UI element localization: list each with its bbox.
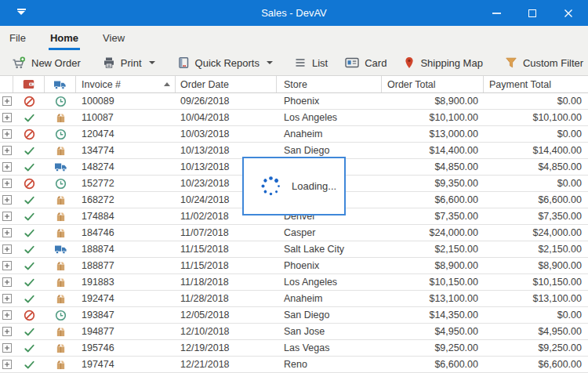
cell-order-date: 12/05/2018: [176, 307, 277, 323]
header-order-total[interactable]: Order Total: [382, 76, 484, 92]
cell-store: Los Angeles: [277, 110, 382, 125]
grid-header-row: Invoice #Order DateStoreOrder TotalPayme…: [0, 76, 588, 93]
report-icon: [177, 56, 190, 69]
cell-expand: [0, 241, 13, 257]
loading-panel: Loading...: [242, 157, 346, 215]
expand-row-button[interactable]: [2, 294, 12, 303]
header-invoice[interactable]: Invoice #: [76, 76, 176, 92]
cell-payment-status: [13, 126, 45, 142]
cell-payment-total: $6,600.00: [484, 357, 588, 372]
header-order-date[interactable]: Order Date: [176, 76, 277, 92]
expand-row-button[interactable]: [2, 310, 12, 320]
cell-payment-total: $7,350.00: [484, 208, 588, 224]
menu-item-view[interactable]: View: [101, 26, 126, 50]
cell-order-total: $8,900.00: [382, 258, 484, 273]
cell-store: Salt Lake City: [277, 241, 382, 257]
list-button[interactable]: List: [286, 53, 336, 74]
table-row[interactable]: 18474611/07/2018Casper$24,000.00$24,000.…: [0, 225, 588, 241]
expand-row-button[interactable]: [2, 228, 12, 237]
header-payment-status[interactable]: [13, 76, 45, 92]
expand-row-button[interactable]: [2, 212, 12, 221]
expand-row-button[interactable]: [2, 146, 12, 155]
table-row[interactable]: 19487712/10/2018San Jose$4,950.00$4,950.…: [0, 324, 588, 340]
cell-payment-status: [13, 307, 45, 323]
custom-filter-button[interactable]: Custom Filter: [496, 53, 588, 74]
cell-order-total: $7,350.00: [382, 208, 484, 224]
header-payment-total[interactable]: Payment Total: [484, 76, 588, 92]
table-row[interactable]: 18887711/15/2018Phoenix$8,900.00$8,900.0…: [0, 258, 588, 274]
print-button[interactable]: Print: [94, 53, 164, 74]
clock-icon: [55, 310, 67, 321]
expand-row-button[interactable]: [2, 96, 12, 106]
expand-row-button[interactable]: [2, 261, 12, 270]
expand-row-button[interactable]: [2, 327, 12, 336]
check-icon: [24, 244, 35, 255]
table-row[interactable]: 12047410/03/2018Anaheim$13,000.00$0.00: [0, 126, 588, 143]
quick-reports-button[interactable]: Quick Reports: [169, 53, 281, 74]
cell-payment-status: [13, 324, 45, 339]
toolbar-button-label: Card: [365, 57, 387, 69]
cell-order-total: $6,600.00: [382, 192, 484, 208]
new-order-icon: [12, 56, 26, 70]
column-header-label: Invoice #: [82, 79, 121, 90]
sort-ascending-icon: [164, 82, 170, 86]
expand-row-button[interactable]: [2, 113, 12, 122]
cell-invoice: 194877: [76, 324, 176, 339]
cell-payment-total: $13,100.00: [484, 291, 588, 306]
cell-invoice: 184746: [76, 225, 176, 241]
cell-order-total: $8,900.00: [382, 93, 484, 109]
maximize-button[interactable]: [514, 0, 550, 26]
cell-shipping-status: [45, 192, 76, 208]
toolbar-button-label: Custom Filter: [523, 57, 583, 69]
table-row[interactable]: 19747412/21/2018Reno$6,600.00$6,600.00: [0, 357, 588, 373]
expand-row-button[interactable]: [2, 195, 12, 205]
expand-row-button[interactable]: [2, 129, 12, 139]
shipping-map-button[interactable]: Shipping Map: [395, 53, 492, 74]
cell-store: Casper: [277, 225, 382, 241]
cell-shipping-status: [45, 93, 76, 109]
expand-row-button[interactable]: [2, 360, 12, 369]
clock-icon: [55, 178, 67, 190]
table-row[interactable]: 18887411/15/2018Salt Lake City$2,150.00$…: [0, 241, 588, 258]
cell-invoice: 188874: [76, 241, 176, 257]
expand-row-button[interactable]: [2, 343, 12, 353]
orders-grid: Invoice #Order DateStoreOrder TotalPayme…: [0, 76, 588, 373]
expand-row-button[interactable]: [2, 162, 12, 172]
menu-item-home[interactable]: Home: [49, 26, 80, 50]
clock-icon: [55, 96, 67, 107]
close-button[interactable]: [550, 0, 586, 26]
check-icon: [24, 161, 35, 173]
minimize-icon: [492, 13, 501, 14]
expand-row-button[interactable]: [2, 179, 12, 188]
minimize-button[interactable]: [478, 0, 514, 26]
cell-payment-total: $4,850.00: [484, 159, 588, 175]
table-row[interactable]: 10008909/26/2018Phoenix$8,900.00$0.00: [0, 93, 588, 110]
cell-order-date: 12/19/2018: [176, 340, 277, 356]
cell-expand: [0, 110, 13, 125]
expand-row-button[interactable]: [2, 277, 12, 287]
table-row[interactable]: 11008710/04/2018Los Angeles$10,100.00$10…: [0, 110, 588, 126]
cell-expand: [0, 176, 13, 191]
table-row[interactable]: 19384712/05/2018San Diego$14,350.00$0.00: [0, 307, 588, 324]
check-icon: [24, 227, 35, 239]
menu-item-file[interactable]: File: [8, 26, 27, 50]
cell-order-total: $4,850.00: [382, 159, 484, 175]
close-icon: [564, 9, 573, 18]
expand-row-button[interactable]: [2, 244, 12, 254]
block-icon: [24, 178, 35, 190]
cell-invoice: 120474: [76, 126, 176, 142]
toolbar-button-label: Shipping Map: [420, 57, 483, 69]
cell-payment-total: $0.00: [484, 93, 588, 109]
card-button[interactable]: Card: [336, 53, 395, 74]
new-order-button[interactable]: New Order: [3, 53, 89, 74]
window-controls: [478, 0, 586, 26]
header-store[interactable]: Store: [277, 76, 382, 92]
block-icon: [24, 129, 35, 140]
table-row[interactable]: 19188311/18/2018Los Angeles$10,150.00$10…: [0, 274, 588, 291]
box-icon: [55, 277, 67, 288]
header-shipping-status[interactable]: [45, 76, 76, 92]
table-row[interactable]: 19247411/28/2018Anaheim$13,100.00$13,100…: [0, 291, 588, 307]
table-row[interactable]: 19574612/19/2018Las Vegas$9,250.00$9,250…: [0, 340, 588, 357]
grid-body: 10008909/26/2018Phoenix$8,900.00$0.00110…: [0, 93, 588, 373]
header-expand-column[interactable]: [0, 76, 13, 92]
